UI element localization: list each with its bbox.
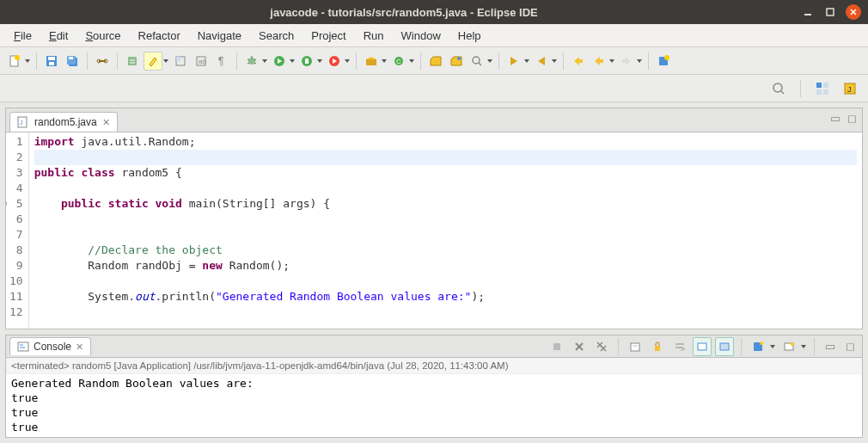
maximize-view-icon[interactable]: ◻: [847, 112, 857, 125]
tab-close-icon[interactable]: ✕: [76, 341, 83, 353]
prev-annotation-icon[interactable]: [532, 52, 551, 71]
svg-rect-33: [305, 58, 309, 64]
clear-console-icon[interactable]: [626, 337, 645, 356]
word-wrap-icon[interactable]: [670, 337, 689, 356]
menu-refactor[interactable]: Refactor: [130, 26, 189, 46]
menu-project[interactable]: Project: [303, 26, 354, 46]
minimize-view-icon[interactable]: ▭: [830, 112, 840, 125]
dropdown-icon[interactable]: [523, 59, 530, 63]
editor-tab[interactable]: J random5.java ✕: [9, 112, 118, 132]
search-icon[interactable]: [468, 52, 486, 71]
new-package-icon[interactable]: [362, 52, 381, 71]
dropdown-icon[interactable]: [316, 59, 323, 63]
scroll-lock-icon[interactable]: [648, 337, 667, 356]
pin-console-icon[interactable]: [749, 337, 767, 356]
code-line[interactable]: Random randObj = new Random();: [34, 258, 857, 274]
dropdown-icon[interactable]: [486, 59, 493, 63]
code-editor[interactable]: 123456789101112 import java.util.Random;…: [6, 132, 862, 329]
terminate-icon[interactable]: [547, 337, 566, 356]
dropdown-icon[interactable]: [162, 59, 169, 63]
new-icon[interactable]: [5, 52, 24, 71]
toggle-mark-icon[interactable]: [123, 52, 142, 71]
menu-source[interactable]: Source: [76, 26, 129, 46]
show-whitespace-icon[interactable]: ab: [192, 52, 211, 71]
menu-navigate[interactable]: Navigate: [189, 26, 250, 46]
dropdown-icon[interactable]: [608, 59, 615, 63]
run-last-icon[interactable]: [325, 52, 344, 71]
editor-tab-label: random5.java: [34, 116, 97, 128]
line-number: 7: [9, 227, 23, 243]
dropdown-icon[interactable]: [289, 59, 296, 63]
dropdown-icon[interactable]: [261, 59, 268, 63]
menu-run[interactable]: Run: [355, 26, 393, 46]
code-line[interactable]: [34, 274, 857, 289]
code-line[interactable]: [34, 150, 857, 165]
dropdown-icon[interactable]: [381, 59, 388, 63]
code-line[interactable]: [34, 227, 857, 243]
dropdown-icon[interactable]: [769, 345, 776, 348]
code-line[interactable]: public class random5 {: [34, 165, 857, 181]
maximize-view-icon[interactable]: ◻: [842, 340, 859, 353]
code-content[interactable]: import java.util.Random;public class ran…: [29, 132, 862, 329]
perspective-java-icon[interactable]: [813, 79, 832, 98]
code-line[interactable]: import java.util.Random;: [34, 134, 857, 150]
code-line[interactable]: public static void main(String[] args) {: [34, 196, 857, 212]
block-sel-icon[interactable]: [171, 52, 190, 71]
tab-close-icon[interactable]: ✕: [102, 117, 110, 128]
pin-icon[interactable]: [654, 52, 673, 71]
code-line[interactable]: [34, 212, 857, 227]
dropdown-icon[interactable]: [551, 59, 558, 63]
svg-rect-61: [816, 83, 822, 88]
remove-all-icon[interactable]: [592, 337, 611, 356]
code-line[interactable]: System.out.println("Generated Random Boo…: [34, 289, 857, 305]
close-button[interactable]: [846, 4, 861, 20]
next-annotation-icon[interactable]: [504, 52, 523, 71]
minimize-view-icon[interactable]: ▭: [822, 340, 839, 353]
new-class-icon[interactable]: C: [389, 52, 408, 71]
console-tab[interactable]: Console ✕: [9, 337, 91, 355]
open-task-icon[interactable]: [447, 52, 466, 71]
show-standard-out-icon[interactable]: [715, 337, 734, 356]
show-console-icon[interactable]: [693, 337, 712, 356]
last-edit-icon[interactable]: [569, 52, 588, 71]
dropdown-icon[interactable]: [344, 59, 351, 63]
svg-line-26: [248, 63, 249, 64]
remove-launch-icon[interactable]: [570, 337, 589, 356]
quick-access-icon[interactable]: [769, 79, 788, 98]
console-output[interactable]: Generated Random Boolean values are:true…: [6, 374, 862, 437]
menu-edit[interactable]: Edit: [40, 26, 76, 46]
forward-icon[interactable]: [617, 52, 636, 71]
pilcrow-icon[interactable]: ¶: [212, 52, 231, 71]
svg-marker-56: [637, 59, 642, 63]
run-icon[interactable]: [270, 52, 289, 71]
display-selected-icon[interactable]: [779, 337, 798, 356]
maximize-button[interactable]: [823, 5, 837, 19]
open-type-icon[interactable]: [426, 52, 445, 71]
coverage-icon[interactable]: [297, 52, 316, 71]
console-tabstrip: Console ✕ ▭ ◻: [6, 335, 862, 358]
code-line[interactable]: //Declare the object: [34, 243, 857, 258]
menu-window[interactable]: Window: [393, 26, 449, 46]
line-number: 2: [9, 150, 23, 165]
code-line[interactable]: [34, 305, 857, 320]
save-all-icon[interactable]: [63, 52, 82, 71]
dropdown-icon[interactable]: [408, 59, 415, 63]
highlight-icon[interactable]: [144, 52, 162, 71]
debug-icon[interactable]: [242, 52, 261, 71]
open-perspective-icon[interactable]: J: [840, 79, 859, 98]
console-line: Generated Random Boolean values are:: [11, 376, 857, 391]
console-line: true: [11, 420, 857, 434]
dropdown-icon[interactable]: [636, 59, 643, 63]
menu-file[interactable]: File: [5, 26, 40, 46]
code-line[interactable]: [34, 181, 857, 196]
link-icon[interactable]: [93, 52, 112, 71]
menu-help[interactable]: Help: [449, 26, 490, 46]
back-icon[interactable]: [590, 52, 608, 71]
minimize-button[interactable]: [801, 5, 815, 19]
svg-rect-12: [69, 57, 73, 59]
save-icon[interactable]: [42, 52, 61, 71]
dropdown-icon[interactable]: [800, 345, 807, 348]
svg-point-5: [15, 55, 20, 60]
menu-search[interactable]: Search: [250, 26, 303, 46]
dropdown-icon[interactable]: [24, 59, 31, 63]
